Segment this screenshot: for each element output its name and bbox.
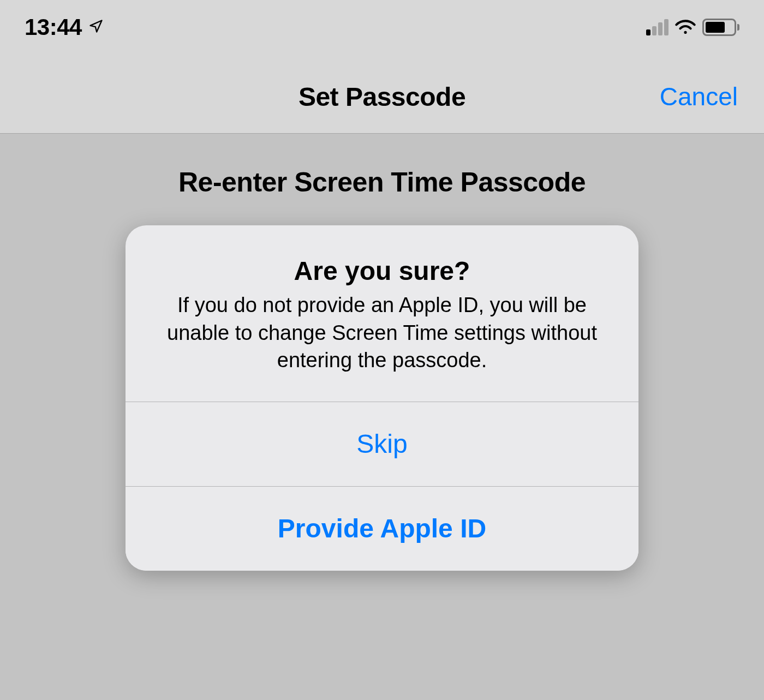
- alert-title: Are you sure?: [152, 256, 612, 286]
- status-bar: 13:44: [0, 0, 764, 60]
- alert-message: If you do not provide an Apple ID, you w…: [158, 291, 606, 374]
- location-arrow-icon: [88, 19, 104, 36]
- skip-button[interactable]: Skip: [126, 402, 638, 486]
- signal-strength-icon: [646, 19, 668, 35]
- page-title: Set Passcode: [0, 82, 764, 112]
- wifi-icon: [674, 17, 697, 37]
- confirmation-alert: Are you sure? If you do not provide an A…: [126, 225, 638, 571]
- battery-icon: [702, 19, 739, 36]
- status-time: 13:44: [25, 14, 82, 40]
- alert-body: Are you sure? If you do not provide an A…: [126, 225, 638, 402]
- status-left: 13:44: [25, 14, 104, 40]
- status-right: [646, 17, 739, 37]
- cancel-button[interactable]: Cancel: [660, 82, 738, 111]
- provide-apple-id-button[interactable]: Provide Apple ID: [126, 486, 638, 571]
- navigation-bar: Set Passcode Cancel: [0, 60, 764, 134]
- passcode-prompt: Re-enter Screen Time Passcode: [0, 166, 764, 198]
